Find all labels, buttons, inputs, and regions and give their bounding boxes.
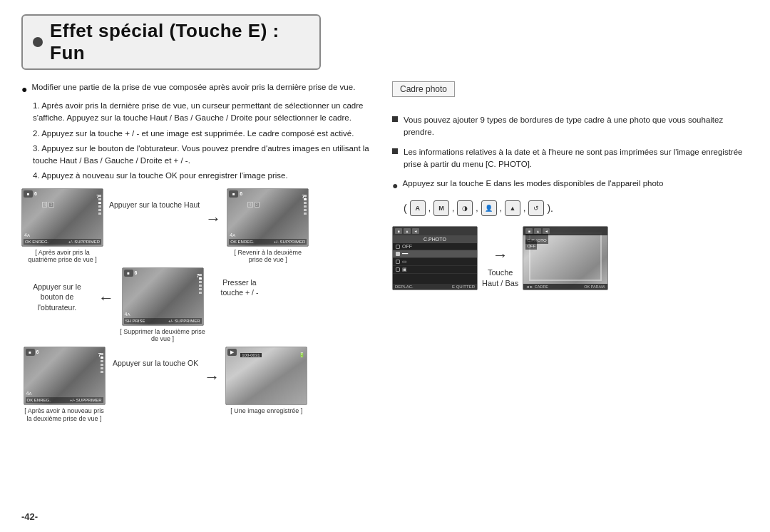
appuyer-ok-label: Appuyer sur la touche OK (113, 358, 198, 369)
menu-item-off: OFF (393, 243, 477, 250)
numbered-list: 1. Après avoir pris la dernière prise de… (33, 100, 371, 183)
bullet-dot: ● (21, 82, 27, 97)
numbered-item-3: 3. Appuyez sur le bouton de l'obturateur… (33, 143, 371, 168)
bullet-square-1 (392, 116, 398, 122)
comma-2: , (452, 203, 454, 213)
left-column: ● Modifier une partie de la prise de vue… (21, 81, 371, 428)
param-label: OK PARAM. (584, 285, 605, 289)
modes-row: ( A , M , ◑ , 👤 , ▲ , ↺ ). (404, 200, 749, 216)
cam-right-indicator-3 (199, 274, 202, 294)
screenshot-row-3: ■ 6 7+ (21, 347, 371, 424)
caption-4: [ Après avoir à nouveau pris la deuxième… (21, 407, 107, 424)
cam-screen-3: ■ 6 7+ (122, 267, 204, 326)
title-bar: Effet spécial (Touche E) : Fun (21, 14, 321, 70)
mode-icon-p: 👤 (481, 200, 497, 216)
caption-2: [ Revenir à la deuxième prise de vue ] (227, 249, 309, 263)
deplac-label: DEPLAC. (395, 285, 414, 289)
bullet-section: ● Modifier une partie de la prise de vue… (21, 81, 371, 183)
bullet-circle: ● (392, 178, 398, 193)
cam-screen-5: ▶ 100-0031 🔋 (225, 347, 307, 405)
demo-cam-2: ■ ▲ ◄ C.PHOTO OFF (523, 226, 608, 290)
comma-1: , (428, 203, 431, 213)
right-bullet-text-2: Les informations relatives à la date et … (404, 146, 749, 171)
comma-4: , (500, 203, 502, 213)
comma-5: , (523, 203, 525, 213)
cam-right-indicator (98, 195, 101, 215)
quitter-label: E QUITTER (452, 285, 475, 289)
appuyer-bouton-label: Appuyer sur le bouton de l'obturateur. (25, 282, 89, 313)
arrow-right-2: → (204, 368, 220, 387)
screenshot-row-2: Appuyer sur le bouton de l'obturateur. ←… (21, 267, 371, 342)
page-number: -42- (21, 511, 38, 522)
page-container: Effet spécial (Touche E) : Fun ● Modifie… (0, 0, 770, 532)
page-title: Effet spécial (Touche E) : Fun (50, 20, 309, 64)
cam-overlay-bottom-3: SH PRISE +/- SUPPRIMER (124, 318, 202, 324)
cadre-label: ◄► CADRE (525, 285, 548, 289)
right-bullet-circle-text: Appuyez sur la touche E dans les modes d… (402, 178, 663, 190)
cam-right-indicator-2 (304, 195, 307, 215)
demo-arrow: → (493, 246, 508, 265)
right-bullet-1: Vous pouvez ajouter 9 types de bordures … (392, 114, 749, 139)
cam-overlay-bottom-1: OK ENREG. +/- SUPPRIMER (24, 239, 101, 245)
cam-screen-4: ■ 6 7+ (24, 347, 106, 405)
menu-title: C.PHOTO (393, 235, 477, 243)
bullet-square-2 (392, 148, 398, 154)
right-bullet-circle: ● Appuyez sur la touche E dans les modes… (392, 178, 749, 193)
mode-icon-video: ↺ (528, 200, 544, 216)
right-column: Cadre photo Vous pouvez ajouter 9 types … (392, 81, 749, 428)
cam-right-indicator-4 (101, 353, 103, 373)
presser-touche-label: Presser la touche + / - (211, 277, 268, 298)
touche-label: ToucheHaut / Bas (482, 267, 518, 290)
main-content: ● Modifier une partie de la prise de vue… (21, 81, 749, 428)
numbered-item-4: 4. Appuyez à nouveau sur la touche OK po… (33, 170, 371, 182)
menu-item-2: ▭ (393, 258, 477, 266)
mode-icon-s: ◑ (457, 200, 473, 216)
caption-3: [ Supprimer la deuxième prise de vue ] (120, 328, 205, 342)
cam-overlay-bottom-4: OK ENREG. +/- SUPPRIMER (26, 397, 103, 403)
mode-icon-auto: A (410, 200, 426, 216)
paren-open: ( (404, 203, 407, 214)
main-bullet-text: Modifier une partie de la prise de vue c… (31, 81, 355, 93)
cadre-photo-badge: Cadre photo (392, 81, 455, 97)
mode-icon-night: ▲ (505, 200, 520, 216)
numbered-item-2: 2. Appuyez sur la touche + / - et une im… (33, 128, 371, 140)
demo-screens: ■ ▲ ◄ C.PHOTO OFF (392, 226, 749, 290)
right-bullet-2: Les informations relatives à la date et … (392, 146, 749, 171)
cam-screen-1: ■ 6 7+ (21, 188, 103, 247)
menu-item-3: ▣ (393, 266, 477, 274)
demo-cam-menu: ■ ▲ ◄ C.PHOTO OFF (393, 227, 477, 290)
right-bullet-text-1: Vous pouvez ajouter 9 types de bordures … (404, 114, 749, 139)
numbered-item-1: 1. Après avoir pris la dernière prise de… (33, 100, 371, 125)
menu-item-1: ━━ (393, 250, 477, 258)
appuyer-haut-label: Appuyer sur la touche Haut (109, 200, 200, 210)
cam-overlay-bottom-2: OK ENREG. +/- SUPPRIMER (229, 239, 307, 245)
paren-close: ). (547, 203, 553, 214)
comma-3: , (476, 203, 478, 213)
demo-bottom-bar-1: DEPLAC. E QUITTER (393, 284, 477, 290)
demo-cam-1: ■ ▲ ◄ C.PHOTO OFF (392, 226, 478, 290)
arrow-right-1: → (205, 210, 221, 228)
title-dot (33, 37, 43, 47)
caption-1: [ Après avoir pris la quatrième prise de… (21, 249, 103, 263)
caption-5: [ Une image enregistrée ] (230, 407, 302, 414)
cam-screen-2: ■ 6 7+ (227, 188, 309, 247)
mode-icon-m: M (433, 200, 449, 216)
main-bullet: ● Modifier une partie de la prise de vue… (21, 81, 371, 97)
screenshot-row-1: ■ 6 7+ (21, 188, 371, 263)
